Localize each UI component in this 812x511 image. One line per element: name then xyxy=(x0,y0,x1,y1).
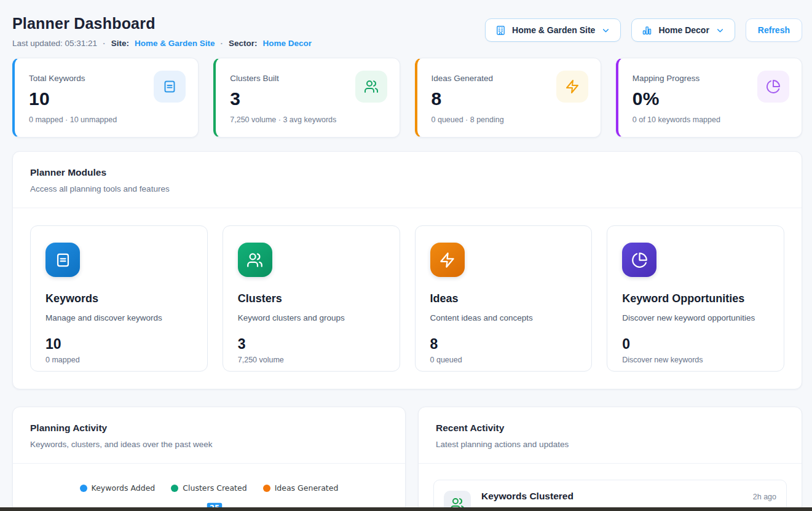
separator-dot: · xyxy=(103,39,106,48)
sector-selector-dropdown[interactable]: Home Decor xyxy=(631,18,735,42)
meta-line: Last updated: 05:31:21 · Site: Home & Ga… xyxy=(12,39,312,48)
stat-card-clusters-built: Clusters Built 3 7,250 volume · 3 avg ke… xyxy=(213,58,400,138)
module-card-clusters[interactable]: Clusters Keyword clusters and groups 3 7… xyxy=(223,225,400,372)
chevron-down-icon xyxy=(601,26,610,35)
module-value: 10 xyxy=(45,336,192,353)
module-card-ideas[interactable]: Ideas Content ideas and concepts 8 0 que… xyxy=(415,225,593,372)
module-value: 3 xyxy=(238,336,385,353)
planner-modules-panel: Planner Modules Access all planning tool… xyxy=(12,151,802,389)
module-subtext: 7,250 volume xyxy=(238,356,385,364)
legend-dot xyxy=(171,485,178,492)
chevron-down-icon xyxy=(715,26,725,35)
module-value: 0 xyxy=(622,336,769,353)
activity-item-timestamp: 2h ago xyxy=(753,491,776,501)
stat-card-mapping-progress: Mapping Progress 0% 0 of 10 keywords map… xyxy=(616,58,802,138)
zap-icon xyxy=(430,243,465,277)
planner-dashboard-page: Planner Dashboard Last updated: 05:31:21… xyxy=(0,0,812,511)
header-left: Planner Dashboard Last updated: 05:31:21… xyxy=(12,9,312,48)
stats-row: Total Keywords 10 0 mapped · 10 unmapped… xyxy=(12,58,802,138)
panel-header: Planning Activity Keywords, clusters, an… xyxy=(13,407,405,464)
panel-subtitle: Access all planning tools and features xyxy=(30,184,784,193)
stat-subtext: 0 of 10 keywords mapped xyxy=(633,115,789,124)
panel-title: Planning Activity xyxy=(30,423,388,434)
last-updated-text: Last updated: 05:31:21 xyxy=(12,39,97,48)
bottom-row: Planning Activity Keywords, clusters, an… xyxy=(12,407,802,511)
document-icon xyxy=(154,71,186,103)
pie-chart-icon xyxy=(757,71,789,103)
site-link[interactable]: Home & Garden Site xyxy=(135,39,215,48)
refresh-button[interactable]: Refresh xyxy=(746,18,802,42)
recent-activity-panel: Recent Activity Latest planning actions … xyxy=(418,407,802,511)
page-title: Planner Dashboard xyxy=(12,15,312,33)
stat-subtext: 0 queued · 8 pending xyxy=(432,115,588,124)
activity-item-title: Keywords Clustered xyxy=(481,491,574,502)
header-actions: Home & Garden Site Home Decor Refresh xyxy=(485,18,802,42)
sector-selector-label: Home Decor xyxy=(658,25,709,35)
legend-item-clusters-created[interactable]: Clusters Created xyxy=(171,483,246,493)
panel-subtitle: Latest planning actions and updates xyxy=(436,440,784,449)
users-icon xyxy=(238,243,272,277)
sector-label: Sector: xyxy=(229,39,258,48)
bar-chart-icon xyxy=(642,25,652,36)
modules-grid: Keywords Manage and discover keywords 10… xyxy=(13,208,802,389)
module-subtext: Discover new keywords xyxy=(622,356,769,364)
site-selector-dropdown[interactable]: Home & Garden Site xyxy=(485,18,621,42)
stat-subtext: 7,250 volume · 3 avg keywords xyxy=(230,115,387,124)
site-label: Site: xyxy=(111,39,129,48)
pie-chart-icon xyxy=(622,243,656,277)
stat-subtext: 0 mapped · 10 unmapped xyxy=(29,115,186,124)
panel-header: Planner Modules Access all planning tool… xyxy=(13,152,802,208)
taskbar-edge xyxy=(0,507,812,511)
sector-link[interactable]: Home Decor xyxy=(262,39,312,48)
module-subtext: 0 mapped xyxy=(45,356,192,364)
legend-item-keywords-added[interactable]: Keywords Added xyxy=(80,483,156,493)
legend-dot xyxy=(263,485,270,492)
planning-activity-panel: Planning Activity Keywords, clusters, an… xyxy=(12,407,406,511)
document-icon xyxy=(45,243,80,277)
panel-subtitle: Keywords, clusters, and ideas over the p… xyxy=(30,440,388,449)
legend-dot xyxy=(80,485,87,492)
activity-list-item: Keywords Clustered 3 new clusters create… xyxy=(433,480,787,511)
users-icon xyxy=(355,71,387,103)
page-header: Planner Dashboard Last updated: 05:31:21… xyxy=(12,9,802,48)
module-subtext: 0 queued xyxy=(430,356,577,364)
chart-legend: Keywords Added Clusters Created Ideas Ge… xyxy=(13,483,405,493)
building-icon xyxy=(495,25,506,36)
module-card-keyword-opportunities[interactable]: Keyword Opportunities Discover new keywo… xyxy=(607,225,784,372)
site-selector-label: Home & Garden Site xyxy=(512,25,595,35)
panel-title: Planner Modules xyxy=(30,167,784,178)
panel-title: Recent Activity xyxy=(436,423,784,434)
stat-card-ideas-generated: Ideas Generated 8 0 queued · 8 pending xyxy=(415,58,601,138)
separator-dot: · xyxy=(220,39,223,48)
panel-header: Recent Activity Latest planning actions … xyxy=(419,407,802,464)
module-value: 8 xyxy=(430,336,577,353)
stat-card-total-keywords: Total Keywords 10 0 mapped · 10 unmapped xyxy=(12,58,199,138)
module-card-keywords[interactable]: Keywords Manage and discover keywords 10… xyxy=(30,225,208,372)
zap-icon xyxy=(556,71,588,103)
legend-item-ideas-generated[interactable]: Ideas Generated xyxy=(263,483,339,493)
